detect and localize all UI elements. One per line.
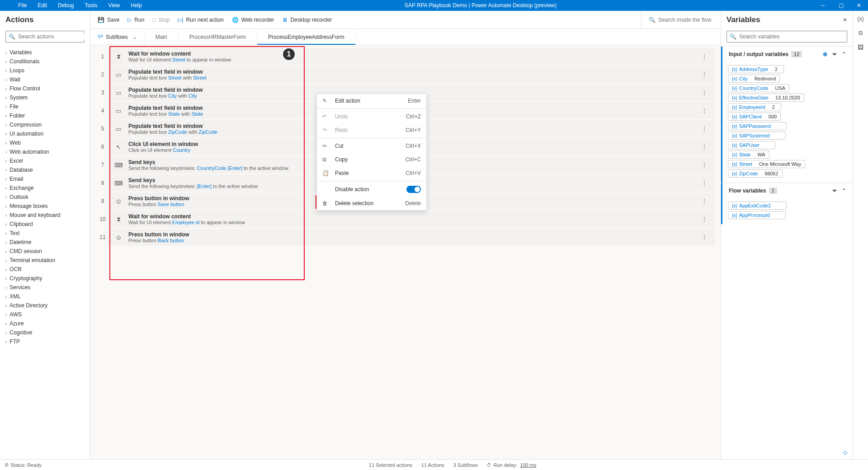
ctx-edit[interactable]: ✎Edit actionEnter xyxy=(317,94,426,108)
tree-item[interactable]: ›Active Directory xyxy=(0,301,90,310)
tree-item[interactable]: ›Variables xyxy=(0,48,90,57)
tree-item[interactable]: ›Services xyxy=(0,283,90,292)
ctx-delete[interactable]: 🗑Delete selectionDelete xyxy=(317,197,426,210)
io-variables-header[interactable]: Input / output variables 12 ⊕ ⏷ ⌃ xyxy=(721,47,853,62)
variable-item[interactable]: {x}AppProcessId xyxy=(728,211,847,219)
tree-item[interactable]: ›Datetime xyxy=(0,238,90,247)
tree-item[interactable]: ›Web xyxy=(0,138,90,147)
delay-value[interactable]: 100 ms xyxy=(520,462,536,468)
step-row[interactable]: 1⧗Wait for window contentWait for UI ele… xyxy=(90,48,721,65)
tree-item[interactable]: ›Database xyxy=(0,165,90,174)
tree-item[interactable]: ›Mouse and keyboard xyxy=(0,211,90,220)
more-icon[interactable]: ⋮ xyxy=(699,198,710,204)
variables-search-input[interactable] xyxy=(739,33,844,40)
web-recorder-button[interactable]: 🌐Web recorder xyxy=(232,17,274,23)
more-icon[interactable]: ⋮ xyxy=(699,144,710,150)
variable-item[interactable]: {x}StreetOne Microsoft Way xyxy=(728,160,847,168)
more-icon[interactable]: ⋮ xyxy=(699,162,710,168)
ctx-paste[interactable]: 📋PasteCtrl+V xyxy=(317,166,426,180)
filter-icon[interactable]: ⏷ xyxy=(832,51,837,57)
images-rail-icon[interactable]: 🖼 xyxy=(858,44,863,51)
tree-item[interactable]: ›Text xyxy=(0,229,90,238)
ctx-copy[interactable]: ⧉CopyCtrl+C xyxy=(317,153,426,166)
eraser-icon[interactable]: ◇ xyxy=(721,446,853,459)
tree-item[interactable]: ›OCR xyxy=(0,265,90,274)
tree-item[interactable]: ›Excel xyxy=(0,156,90,165)
more-icon[interactable]: ⋮ xyxy=(699,126,710,132)
close-icon[interactable]: ✕ xyxy=(843,17,847,23)
save-button[interactable]: 💾Save xyxy=(98,17,119,23)
tree-item[interactable]: ›Conditionals xyxy=(0,57,90,66)
flow-search[interactable]: 🔍 xyxy=(641,11,713,28)
desktop-recorder-button[interactable]: 🖥Desktop recorder xyxy=(282,17,332,23)
tree-item[interactable]: ›Clipboard xyxy=(0,220,90,229)
variable-item[interactable]: {x}EmployeeId2 xyxy=(728,103,847,111)
stop-button[interactable]: □Stop xyxy=(152,17,170,23)
tree-item[interactable]: ›AWS xyxy=(0,310,90,319)
more-icon[interactable]: ⋮ xyxy=(699,89,710,96)
menu-debug[interactable]: Debug xyxy=(52,0,79,10)
step-row[interactable]: 10⧗Wait for window contentWait for UI el… xyxy=(90,211,721,228)
tree-item[interactable]: ›Folder xyxy=(0,111,90,120)
variable-item[interactable]: {x}AppExitCode2 xyxy=(728,202,847,210)
menu-view[interactable]: View xyxy=(103,0,125,10)
tree-item[interactable]: ›Outlook xyxy=(0,193,90,202)
tab[interactable]: Main xyxy=(145,29,179,45)
variable-item[interactable]: {x}SAPSystemId xyxy=(728,132,847,140)
ctx-undo[interactable]: ↶UndoCtrl+Z xyxy=(317,110,426,123)
actions-search-input[interactable] xyxy=(18,33,86,40)
close-button[interactable]: ✕ xyxy=(850,2,868,9)
flow-variables-header[interactable]: Flow variables 2 ⏷ ⌃ xyxy=(721,183,853,198)
chevron-up-icon[interactable]: ⌃ xyxy=(842,51,846,57)
tab[interactable]: ProcessEmployeeAddressForm xyxy=(257,29,356,45)
tree-item[interactable]: ›Azure xyxy=(0,319,90,328)
minimize-button[interactable]: ─ xyxy=(814,2,832,9)
ctx-disable[interactable]: Disable action xyxy=(317,182,426,197)
tree-item[interactable]: ›FTP xyxy=(0,337,90,346)
variable-item[interactable]: {x}CityRedmond xyxy=(728,75,847,83)
variable-item[interactable]: {x}SAPPassword xyxy=(728,122,847,130)
tree-item[interactable]: ›Exchange xyxy=(0,183,90,193)
variable-item[interactable]: {x}StateWA xyxy=(728,150,847,159)
ctx-redo[interactable]: ↷RedoCtrl+Y xyxy=(317,123,426,137)
more-icon[interactable]: ⋮ xyxy=(699,108,710,114)
tree-item[interactable]: ›Email xyxy=(0,174,90,183)
more-icon[interactable]: ⋮ xyxy=(699,234,710,240)
more-icon[interactable]: ⋮ xyxy=(699,53,710,60)
ctx-cut[interactable]: ✂CutCtrl+X xyxy=(317,139,426,153)
tree-item[interactable]: ›Compression xyxy=(0,120,90,129)
step-row[interactable]: 2▭Populate text field in windowPopulate … xyxy=(90,66,721,83)
more-icon[interactable]: ⋮ xyxy=(699,216,710,222)
menu-edit[interactable]: Edit xyxy=(32,0,52,10)
tree-item[interactable]: ›Cognitive xyxy=(0,328,90,337)
variable-item[interactable]: {x}CountryCodeUSA xyxy=(728,84,847,92)
more-icon[interactable]: ⋮ xyxy=(699,71,710,78)
tree-item[interactable]: ›File xyxy=(0,102,90,111)
variable-item[interactable]: {x}EffectiveDate13.10.2020 xyxy=(728,94,847,102)
more-icon[interactable]: ⋮ xyxy=(699,180,710,186)
variable-item[interactable]: {x}SAPClient000 xyxy=(728,113,847,121)
tree-item[interactable]: ›Wait xyxy=(0,75,90,84)
step-row[interactable]: 11⊙Press button in windowPress button Ba… xyxy=(90,229,721,246)
tree-item[interactable]: ›XML xyxy=(0,292,90,301)
variable-item[interactable]: {x}ZipCode98052 xyxy=(728,169,847,178)
layers-rail-icon[interactable]: ⧉ xyxy=(859,29,863,37)
maximize-button[interactable]: ▢ xyxy=(832,2,850,9)
run-button[interactable]: ▷Run xyxy=(127,17,144,23)
variables-search[interactable]: 🔍 xyxy=(726,31,847,42)
tab[interactable]: ProcessHRMasterForm xyxy=(179,29,257,45)
toggle-switch[interactable] xyxy=(406,186,421,193)
variable-item[interactable]: {x}SAPUser xyxy=(728,141,847,149)
subflows-dropdown[interactable]: ⁰∕⁰ Subflows ⌄ xyxy=(90,29,145,45)
tree-item[interactable]: ›System xyxy=(0,93,90,102)
tree-item[interactable]: ›Message boxes xyxy=(0,202,90,211)
tree-item[interactable]: ›CMD session xyxy=(0,247,90,256)
tree-item[interactable]: ›Cryptography xyxy=(0,274,90,283)
add-icon[interactable]: ⊕ xyxy=(823,51,827,57)
menu-file[interactable]: File xyxy=(13,0,32,10)
tree-item[interactable]: ›UI automation xyxy=(0,129,90,138)
variables-rail-icon[interactable]: {x} xyxy=(857,15,864,22)
actions-search[interactable]: 🔍 xyxy=(5,31,85,42)
tree-item[interactable]: ›Loops xyxy=(0,66,90,75)
tree-item[interactable]: ›Terminal emulation xyxy=(0,256,90,265)
